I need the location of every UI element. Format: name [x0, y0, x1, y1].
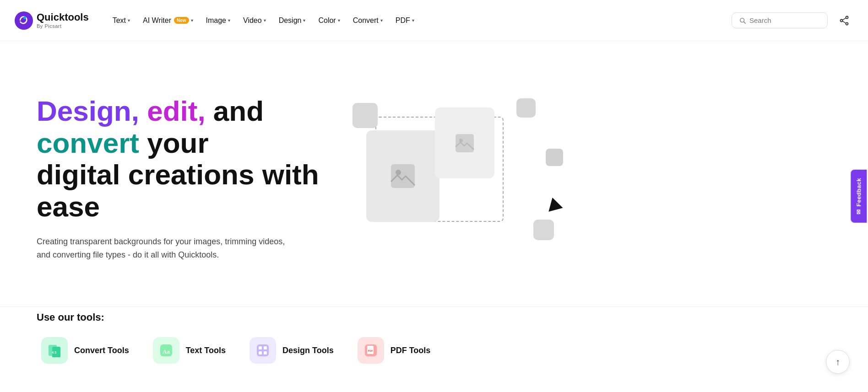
svg-line-8 — [842, 21, 846, 23]
svg-line-3 — [744, 21, 746, 23]
floating-card-small-3 — [546, 149, 563, 166]
search-box[interactable] — [732, 12, 828, 28]
tool-card-text[interactable]: Aa Text Tools — [148, 334, 230, 366]
floating-card-small-4 — [533, 220, 554, 240]
floating-card-small-1 — [353, 103, 378, 128]
chevron-down-icon: ▾ — [228, 18, 230, 23]
share-button[interactable] — [835, 11, 853, 30]
convert-tool-label: Convert Tools — [74, 346, 129, 355]
tools-row: 4:3 Convert Tools Aa Text Tools — [37, 334, 831, 366]
nav-item-color[interactable]: Color ▾ — [313, 13, 345, 28]
pdf-tool-label: PDF Tools — [391, 346, 431, 355]
logo[interactable]: Quicktools By Picsart — [15, 11, 89, 30]
text-tool-label: Text Tools — [186, 346, 226, 355]
svg-point-0 — [15, 11, 33, 30]
tools-section-label: Use our tools: — [37, 311, 831, 323]
tool-card-pdf[interactable]: PDF PDF Tools — [353, 334, 435, 366]
hero-subtitle: Creating transparent backgrounds for you… — [37, 235, 302, 262]
chevron-down-icon: ▾ — [412, 18, 414, 23]
search-icon — [739, 17, 746, 24]
search-input[interactable] — [749, 16, 820, 24]
hero-title: Design, edit, and convert yourdigital cr… — [37, 95, 348, 222]
nav-item-text[interactable]: Text ▾ — [107, 13, 136, 28]
nav-design-label: Design — [279, 16, 302, 25]
svg-point-12 — [459, 139, 463, 142]
nav-right — [732, 11, 853, 30]
design-tool-label: Design Tools — [282, 346, 334, 355]
hero-word-convert: convert — [37, 127, 147, 159]
scroll-to-top-button[interactable]: ↑ — [826, 350, 850, 374]
nav-convert-label: Convert — [353, 16, 379, 25]
feedback-label: Feedback — [856, 178, 863, 206]
nav-item-design[interactable]: Design ▾ — [273, 13, 311, 28]
svg-point-4 — [846, 16, 848, 18]
feedback-button[interactable]: ✉ Feedback — [851, 170, 867, 223]
svg-rect-22 — [264, 351, 267, 354]
nav-pdf-label: PDF — [396, 16, 410, 25]
nav-text-label: Text — [113, 16, 126, 25]
tools-section: Use our tools: 4:3 Convert Tools Aa Text… — [0, 306, 868, 380]
file-card-large — [366, 130, 439, 222]
text-tool-icon-box: Aa — [153, 337, 179, 364]
hero-illustration — [348, 80, 577, 277]
nav-item-convert[interactable]: Convert ▾ — [347, 13, 388, 28]
svg-text:PDF: PDF — [368, 349, 373, 352]
svg-text:Aa: Aa — [163, 348, 170, 355]
share-icon — [839, 16, 849, 26]
text-icon: Aa — [159, 344, 173, 357]
chevron-down-icon: ▾ — [338, 18, 340, 23]
design-tool-icon-box — [250, 337, 276, 364]
pdf-tool-icon-box: PDF — [358, 337, 384, 364]
tool-card-design[interactable]: Design Tools — [245, 334, 338, 366]
scroll-top-icon: ↑ — [835, 357, 840, 367]
svg-point-10 — [396, 170, 401, 175]
chevron-down-icon: ▾ — [380, 18, 383, 23]
hero-word-and: and — [213, 95, 264, 127]
image-placeholder-icon — [389, 162, 417, 190]
svg-point-5 — [841, 19, 843, 21]
image-placeholder-icon-sm — [455, 133, 475, 153]
svg-line-7 — [842, 18, 846, 20]
convert-icon: 4:3 — [48, 344, 61, 357]
floating-card-small-2 — [516, 98, 536, 118]
svg-text:4:3: 4:3 — [52, 351, 56, 354]
brand-by: By Picsart — [37, 23, 89, 29]
nav-items: Text ▾ AI Writer New ▾ Image ▾ Video ▾ D… — [107, 13, 732, 28]
svg-point-1 — [23, 16, 26, 19]
svg-rect-9 — [391, 164, 415, 188]
cursor-arrow-icon — [548, 198, 564, 215]
chevron-down-icon: ▾ — [303, 18, 305, 23]
feedback-icon: ✉ — [856, 209, 863, 214]
nav-image-label: Image — [206, 16, 226, 25]
logo-icon — [15, 11, 33, 30]
nav-item-ai-writer[interactable]: AI Writer New ▾ — [137, 13, 199, 28]
design-icon — [256, 344, 270, 357]
nav-color-label: Color — [318, 16, 336, 25]
hero-word-design: Design, — [37, 95, 147, 127]
svg-rect-19 — [259, 346, 262, 349]
svg-rect-18 — [257, 344, 269, 356]
svg-rect-11 — [456, 134, 474, 152]
hero-text: Design, edit, and convert yourdigital cr… — [37, 95, 348, 261]
chevron-down-icon: ▾ — [264, 18, 266, 23]
svg-rect-21 — [259, 351, 262, 354]
nav-item-image[interactable]: Image ▾ — [201, 13, 236, 28]
nav-item-pdf[interactable]: PDF ▾ — [390, 13, 420, 28]
nav-video-label: Video — [243, 16, 262, 25]
hero-word-edit: edit, — [147, 95, 213, 127]
nav-ai-writer-label: AI Writer — [143, 16, 171, 25]
chevron-down-icon: ▾ — [128, 18, 130, 23]
convert-tool-icon-box: 4:3 — [41, 337, 68, 364]
file-card-medium — [435, 107, 494, 178]
brand-name: Quicktools — [37, 12, 89, 23]
new-badge: New — [174, 17, 189, 24]
svg-point-6 — [846, 22, 848, 25]
navbar: Quicktools By Picsart Text ▾ AI Writer N… — [0, 0, 868, 41]
chevron-down-icon: ▾ — [191, 18, 193, 23]
tool-card-convert[interactable]: 4:3 Convert Tools — [37, 334, 134, 366]
svg-rect-20 — [264, 346, 267, 349]
nav-item-video[interactable]: Video ▾ — [238, 13, 271, 28]
pdf-icon: PDF — [364, 344, 378, 357]
hero-section: Design, edit, and convert yourdigital cr… — [0, 41, 868, 306]
